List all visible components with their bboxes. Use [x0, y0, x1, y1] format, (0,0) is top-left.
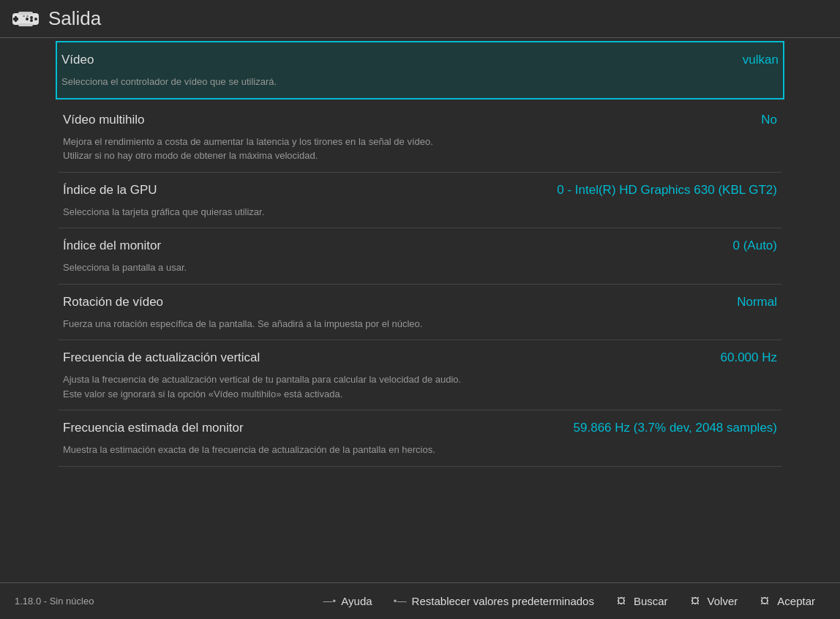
setting-value-estimated-freq: 59.866 Hz (3.7% dev, 2048 samples) — [574, 421, 777, 435]
retro-game-icon — [12, 9, 40, 29]
reset-icon — [393, 596, 408, 607]
svg-point-37 — [767, 600, 768, 601]
setting-label-monitor-index: Índice del monitor — [63, 239, 161, 253]
setting-desc-video: Selecciona el controlador de vídeo que s… — [57, 75, 783, 98]
svg-point-15 — [618, 600, 619, 601]
setting-label-gpu-index: Índice de la GPU — [63, 183, 157, 198]
setting-label-video-rotation: Rotación de vídeo — [63, 295, 163, 310]
svg-point-36 — [767, 603, 768, 604]
setting-row-video[interactable]: VídeovulkanSelecciona el controlador de … — [56, 41, 784, 100]
header: Salida — [0, 0, 840, 38]
reset-button[interactable]: Restablecer valores predeterminados — [383, 590, 604, 612]
search-label: Buscar — [634, 595, 668, 607]
setting-desc-video-rotation: Fuerza una rotación específica de la pan… — [59, 317, 781, 340]
svg-point-18 — [623, 603, 625, 604]
setting-row-refresh-rate[interactable]: Frecuencia de actualización vertical60.0… — [59, 340, 781, 410]
setting-row-gpu-index[interactable]: Índice de la GPU0 - Intel(R) HD Graphics… — [59, 173, 781, 229]
setting-desc-monitor-index: Selecciona la pantalla a usar. — [59, 260, 781, 284]
page-title: Salida — [48, 7, 101, 30]
svg-point-12 — [618, 597, 619, 599]
search-icon — [615, 596, 629, 607]
back-icon — [689, 596, 703, 607]
svg-point-30 — [761, 597, 762, 599]
svg-point-26 — [694, 603, 696, 604]
setting-desc-gpu-index: Selecciona la tarjeta gráfica que quiera… — [59, 205, 781, 228]
setting-value-monitor-index: 0 (Auto) — [733, 239, 777, 253]
svg-point-17 — [620, 603, 622, 604]
svg-rect-10 — [18, 23, 33, 26]
svg-point-19 — [623, 600, 625, 601]
setting-value-video-multihilo: No — [761, 113, 777, 127]
accept-icon — [758, 596, 773, 607]
setting-row-monitor-index[interactable]: Índice del monitor0 (Auto)Selecciona la … — [59, 228, 781, 285]
help-icon — [322, 596, 337, 607]
setting-value-video-rotation: Normal — [737, 295, 777, 310]
setting-desc-refresh-rate: Ajusta la frecuencia de actualización ve… — [59, 372, 781, 410]
settings-list: VídeovulkanSelecciona el controlador de … — [0, 38, 840, 582]
setting-label-refresh-rate: Frecuencia de actualización vertical — [63, 350, 260, 365]
svg-point-24 — [691, 600, 693, 601]
setting-value-refresh-rate: 60.000 Hz — [721, 350, 778, 365]
setting-desc-video-multihilo: Mejora el rendimiento a costa de aumenta… — [59, 135, 781, 172]
setting-label-video: Vídeo — [61, 53, 94, 67]
svg-rect-2 — [13, 18, 18, 20]
reset-label: Restablecer valores predeterminados — [412, 595, 594, 607]
svg-point-34 — [761, 603, 762, 604]
setting-value-gpu-index: 0 - Intel(R) HD Graphics 630 (KBL GT2) — [557, 183, 777, 198]
setting-row-estimated-freq[interactable]: Frecuencia estimada del monitor59.866 Hz… — [59, 410, 781, 467]
svg-point-13 — [620, 597, 622, 599]
svg-point-4 — [34, 18, 37, 20]
svg-point-20 — [692, 598, 698, 604]
svg-point-14 — [623, 597, 625, 599]
svg-point-28 — [697, 600, 699, 601]
svg-point-32 — [767, 597, 768, 599]
help-label: Ayuda — [341, 595, 372, 607]
setting-desc-estimated-freq: Muestra la estimación exacta de la frecu… — [59, 443, 781, 466]
svg-rect-8 — [26, 15, 29, 17]
back-button[interactable]: Volver — [678, 590, 749, 612]
setting-label-estimated-freq: Frecuencia estimada del monitor — [63, 421, 244, 435]
svg-point-16 — [618, 603, 619, 604]
svg-point-25 — [691, 603, 693, 604]
svg-point-33 — [761, 600, 762, 601]
accept-button[interactable]: Aceptar — [748, 590, 825, 612]
svg-point-22 — [694, 597, 696, 599]
svg-point-23 — [697, 597, 699, 599]
back-label: Volver — [708, 595, 738, 607]
accept-label: Aceptar — [777, 595, 815, 607]
search-button[interactable]: Buscar — [604, 590, 678, 612]
setting-row-video-rotation[interactable]: Rotación de vídeoNormalFuerza una rotaci… — [59, 285, 781, 341]
svg-point-5 — [30, 19, 33, 22]
svg-point-11 — [618, 598, 624, 604]
version-label: 1.18.0 - Sin núcleo — [15, 596, 94, 607]
setting-label-video-multihilo: Vídeo multihilo — [63, 113, 145, 127]
svg-point-21 — [691, 597, 693, 599]
svg-point-3 — [30, 16, 33, 19]
svg-point-6 — [26, 18, 29, 20]
svg-rect-9 — [18, 12, 33, 15]
svg-rect-7 — [23, 15, 25, 17]
svg-point-35 — [764, 603, 765, 604]
help-button[interactable]: Ayuda — [312, 590, 382, 612]
svg-point-29 — [762, 598, 768, 604]
svg-point-31 — [764, 597, 765, 599]
svg-point-27 — [697, 603, 699, 604]
footer: 1.18.0 - Sin núcleo Ayuda Restablecer va… — [0, 582, 840, 619]
setting-row-video-multihilo[interactable]: Vídeo multihiloNoMejora el rendimiento a… — [59, 102, 781, 173]
setting-value-video: vulkan — [743, 53, 779, 67]
